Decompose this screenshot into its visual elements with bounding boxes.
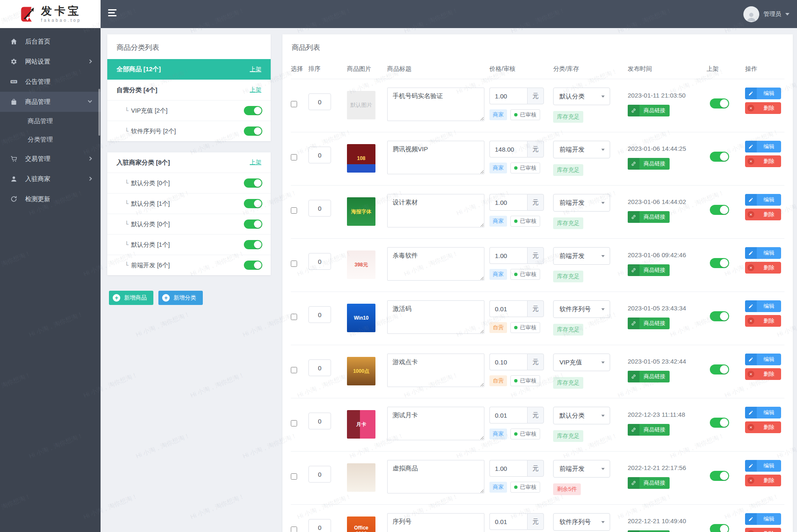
row-checkbox[interactable] (291, 154, 297, 160)
onshelf-toggle[interactable] (710, 311, 729, 321)
product-link-button[interactable]: 商品链接 (628, 477, 670, 489)
delete-button[interactable]: ×删除 (745, 528, 781, 532)
edit-button[interactable]: 编辑 (745, 141, 781, 152)
category-select[interactable]: 前端开发 (553, 194, 610, 212)
sidebar-item-trade[interactable]: 交易管理 (0, 149, 101, 169)
category-select[interactable]: 软件序列号 (553, 513, 610, 531)
user-menu[interactable]: 管理员 (743, 0, 789, 28)
category-select[interactable]: 前端开发 (553, 141, 610, 158)
sort-input[interactable] (308, 147, 331, 163)
product-title-textarea[interactable]: 虚拟商品 (387, 460, 484, 493)
product-link-button[interactable]: 商品链接 (628, 318, 670, 329)
price-input[interactable] (489, 247, 527, 264)
category-item-row[interactable]: └前端开发 [6个] (107, 255, 271, 275)
category-select[interactable]: 软件序列号 (553, 300, 610, 318)
category-select[interactable]: 前端开发 (553, 247, 610, 265)
sidebar-subitem-category-management[interactable]: 分类管理 (0, 130, 101, 149)
row-checkbox[interactable] (291, 473, 297, 480)
edit-button[interactable]: 编辑 (745, 407, 781, 418)
sidebar-item-update-check[interactable]: 检测更新 (0, 189, 101, 209)
price-input[interactable] (489, 194, 527, 211)
category-select[interactable]: 默认分类 (553, 88, 610, 105)
category-toggle[interactable] (244, 106, 262, 115)
product-link-button[interactable]: 商品链接 (628, 530, 670, 532)
sort-input[interactable] (308, 306, 331, 323)
product-title-textarea[interactable]: 序列号 (387, 513, 484, 532)
onshelf-toggle[interactable] (710, 258, 729, 268)
delete-button[interactable]: ×删除 (745, 475, 781, 486)
onshelf-toggle[interactable] (710, 152, 729, 162)
product-title-textarea[interactable]: 游戏点卡 (387, 354, 484, 387)
price-input[interactable] (489, 513, 527, 530)
product-title-textarea[interactable]: 测试月卡 (387, 407, 484, 440)
category-select[interactable]: 前端开发 (553, 460, 610, 478)
onshelf-toggle[interactable] (710, 524, 729, 532)
product-link-button[interactable]: 商品链接 (628, 424, 670, 436)
sort-input[interactable] (308, 253, 331, 270)
price-input[interactable] (489, 300, 527, 317)
delete-button[interactable]: ×删除 (745, 421, 781, 433)
price-input[interactable] (489, 354, 527, 370)
row-checkbox[interactable] (291, 101, 297, 107)
onshelf-toggle[interactable] (710, 98, 729, 108)
product-title-textarea[interactable]: 腾讯视频VIP (387, 141, 484, 174)
delete-button[interactable]: ×删除 (745, 368, 781, 380)
category-toggle[interactable] (244, 240, 262, 249)
category-item-row[interactable]: └默认分类 [0个] (107, 173, 271, 193)
price-input[interactable] (489, 141, 527, 158)
category-group-row[interactable]: 自营分类 [4个]上架 (107, 80, 271, 100)
sidebar-subitem-product-management[interactable]: 商品管理 (0, 112, 101, 130)
delete-button[interactable]: ×删除 (745, 102, 781, 114)
product-title-textarea[interactable]: 杀毒软件 (387, 247, 484, 281)
edit-button[interactable]: 编辑 (745, 460, 781, 472)
category-select[interactable]: 默认分类 (553, 407, 610, 424)
add-category-button[interactable]: +新增分类 (158, 291, 203, 305)
category-toggle[interactable] (244, 261, 262, 270)
edit-button[interactable]: 编辑 (745, 513, 781, 525)
onshelf-link[interactable]: 上架 (250, 159, 261, 166)
edit-button[interactable]: 编辑 (745, 354, 781, 365)
row-checkbox[interactable] (291, 527, 297, 532)
edit-button[interactable]: 编辑 (745, 88, 781, 99)
sidebar-item-site-settings[interactable]: 网站设置 (0, 52, 101, 72)
category-select[interactable]: VIP充值 (553, 354, 610, 371)
product-title-textarea[interactable]: 设计素材 (387, 194, 484, 227)
category-toggle[interactable] (244, 178, 262, 188)
sort-input[interactable] (308, 466, 331, 483)
product-title-textarea[interactable]: 激活码 (387, 300, 484, 334)
sort-input[interactable] (308, 200, 331, 217)
product-link-button[interactable]: 商品链接 (628, 105, 670, 116)
sidebar-item-home[interactable]: 后台首页 (0, 31, 101, 52)
edit-button[interactable]: 编辑 (745, 194, 781, 206)
category-item-row[interactable]: └软件序列号 [2个] (107, 121, 271, 141)
row-checkbox[interactable] (291, 367, 297, 373)
row-checkbox[interactable] (291, 207, 297, 214)
price-input[interactable] (489, 460, 527, 477)
category-toggle[interactable] (244, 127, 262, 136)
edit-button[interactable]: 编辑 (745, 247, 781, 259)
onshelf-toggle[interactable] (710, 205, 729, 215)
sort-input[interactable] (308, 519, 331, 532)
category-item-row[interactable]: └默认分类 [1个] (107, 193, 271, 214)
sort-input[interactable] (308, 359, 331, 376)
product-link-button[interactable]: 商品链接 (628, 211, 670, 223)
category-item-row[interactable]: └默认分类 [1个] (107, 234, 271, 255)
sidebar-item-announcements[interactable]: NEW公告管理 (0, 72, 101, 92)
product-link-button[interactable]: 商品链接 (628, 264, 670, 276)
onshelf-toggle[interactable] (710, 364, 729, 374)
onshelf-toggle[interactable] (710, 418, 729, 428)
delete-button[interactable]: ×删除 (745, 155, 781, 167)
sidebar-scrollbar[interactable] (98, 89, 100, 136)
row-checkbox[interactable] (291, 261, 297, 267)
product-link-button[interactable]: 商品链接 (628, 371, 670, 382)
edit-button[interactable]: 编辑 (745, 300, 781, 312)
price-input[interactable] (489, 88, 527, 104)
product-link-button[interactable]: 商品链接 (628, 158, 670, 170)
onshelf-link[interactable]: 上架 (250, 86, 261, 94)
sort-input[interactable] (308, 93, 331, 110)
sidebar-item-merchants[interactable]: 入驻商家 (0, 169, 101, 189)
menu-toggle-icon[interactable] (108, 9, 118, 18)
row-checkbox[interactable] (291, 420, 297, 426)
price-input[interactable] (489, 407, 527, 424)
category-item-row[interactable]: └默认分类 [0个] (107, 214, 271, 234)
